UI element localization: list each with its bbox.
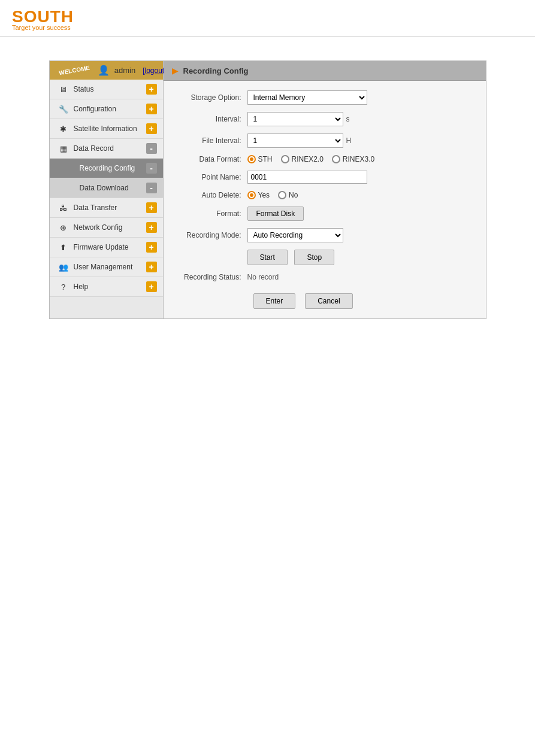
sidebar-btn-satellite[interactable]: + — [146, 123, 157, 134]
sidebar-btn-recording-config[interactable]: - — [146, 163, 157, 174]
sidebar-btn-help[interactable]: + — [146, 281, 157, 292]
data-format-label: Data Format: — [176, 155, 247, 163]
sidebar-item-data-record[interactable]: ▦ Data Record - — [50, 139, 163, 159]
data-format-sth[interactable]: STH — [247, 155, 273, 163]
sidebar-item-status-left: 🖥 Status — [58, 84, 94, 95]
data-format-rinex3-radio — [332, 155, 340, 163]
recording-config-icon — [64, 163, 75, 174]
data-format-rinex3[interactable]: RINEX3.0 — [332, 155, 374, 163]
sidebar-label-satellite: Satellite Information — [74, 125, 137, 133]
data-format-row: Data Format: STH RINEX2.0 RINEX3.0 — [176, 155, 474, 163]
main-wrapper: WELCOME 👤 admin [logout] 🖥 Status + 🔧 Co… — [0, 37, 535, 343]
sidebar-item-firmware-update[interactable]: ⬆ Firmware Update + — [50, 238, 163, 257]
point-name-control — [247, 171, 474, 184]
data-format-control: STH RINEX2.0 RINEX3.0 — [247, 155, 474, 163]
sidebar-item-data-download-left: Data Download — [64, 183, 129, 193]
sidebar-btn-data-transfer[interactable]: + — [146, 202, 157, 213]
data-format-sth-label: STH — [258, 155, 273, 163]
sidebar-item-satellite[interactable]: ✱ Satellite Information + — [50, 119, 163, 139]
footer-buttons: Enter Cancel — [176, 293, 474, 309]
sidebar-btn-network-config[interactable]: + — [146, 222, 157, 233]
sidebar-item-user-management[interactable]: 👥 User Management + — [50, 257, 163, 277]
sidebar-item-data-record-left: ▦ Data Record — [58, 143, 114, 154]
sidebar-item-configuration[interactable]: 🔧 Configuration + — [50, 99, 163, 119]
sidebar-item-data-transfer[interactable]: 🖧 Data Transfer + — [50, 198, 163, 218]
main-panel: ▶ Recording Config Storage Option: Inter… — [164, 61, 486, 318]
sidebar-label-data-record: Data Record — [74, 144, 114, 153]
data-format-rinex2[interactable]: RINEX2.0 — [281, 155, 324, 163]
start-button[interactable]: Start — [247, 250, 288, 265]
sidebar-btn-data-record[interactable]: - — [146, 143, 157, 154]
sidebar-label-help: Help — [74, 283, 89, 291]
logo-tagline: Target your success — [12, 24, 523, 31]
satellite-icon: ✱ — [58, 123, 69, 134]
cancel-button[interactable]: Cancel — [305, 293, 352, 309]
start-stop-row: Start Stop — [176, 250, 474, 265]
sidebar-label-status: Status — [74, 85, 94, 93]
sidebar-item-user-management-left: 👥 User Management — [58, 262, 133, 272]
sidebar-item-network-config[interactable]: ⊕ Network Config + — [50, 218, 163, 238]
recording-mode-label: Recording Mode: — [176, 231, 247, 239]
recording-status-value: No record — [247, 273, 279, 281]
point-name-label: Point Name: — [176, 173, 247, 181]
sidebar-item-network-config-left: ⊕ Network Config — [58, 222, 123, 233]
recording-mode-control: Auto Recording Manual Recording — [247, 228, 474, 242]
sidebar-item-data-transfer-left: 🖧 Data Transfer — [58, 202, 117, 213]
interval-control: 1 2 5 10 s — [247, 112, 474, 126]
sidebar-item-data-download[interactable]: Data Download - — [50, 178, 163, 198]
sidebar-item-help-left: ? Help — [58, 281, 89, 292]
network-config-icon: ⊕ — [58, 222, 69, 233]
sidebar-btn-firmware-update[interactable]: + — [146, 242, 157, 253]
sidebar-btn-configuration[interactable]: + — [146, 104, 157, 114]
storage-option-label: Storage Option: — [176, 93, 247, 102]
file-interval-control: 1 2 4 8 H — [247, 133, 474, 148]
help-icon: ? — [58, 281, 69, 292]
format-disk-button[interactable]: Format Disk — [247, 207, 304, 221]
sidebar-label-data-transfer: Data Transfer — [74, 204, 117, 212]
storage-option-row: Storage Option: Internal Memory External… — [176, 90, 474, 105]
status-icon: 🖥 — [58, 84, 69, 95]
data-record-icon: ▦ — [58, 143, 69, 154]
sidebar-item-help[interactable]: ? Help + — [50, 277, 163, 297]
admin-name: admin — [114, 66, 135, 75]
auto-delete-label: Auto Delete: — [176, 191, 247, 199]
auto-delete-no-label: No — [289, 191, 298, 199]
sidebar-label-network-config: Network Config — [74, 223, 123, 232]
sidebar-btn-user-management[interactable]: + — [146, 262, 157, 272]
enter-button[interactable]: Enter — [253, 293, 296, 309]
point-name-input[interactable] — [247, 171, 367, 184]
auto-delete-yes[interactable]: Yes — [247, 191, 270, 199]
data-format-rinex2-radio — [281, 155, 289, 163]
auto-delete-control: Yes No — [247, 191, 474, 199]
storage-option-select[interactable]: Internal Memory External SD USB — [247, 90, 367, 105]
panel-title: Recording Config — [183, 66, 249, 75]
firmware-update-icon: ⬆ — [58, 242, 69, 253]
file-interval-label: File Interval: — [176, 136, 247, 145]
sidebar-label-firmware-update: Firmware Update — [74, 243, 129, 251]
sidebar: WELCOME 👤 admin [logout] 🖥 Status + 🔧 Co… — [50, 61, 164, 318]
form-body: Storage Option: Internal Memory External… — [164, 81, 486, 318]
recording-mode-select[interactable]: Auto Recording Manual Recording — [247, 228, 343, 242]
sidebar-item-recording-config-left: Recording Config — [64, 163, 135, 174]
sidebar-item-recording-config[interactable]: Recording Config - — [50, 159, 163, 178]
user-icon: 👤 — [98, 65, 110, 76]
data-format-rinex2-label: RINEX2.0 — [292, 155, 324, 163]
auto-delete-no[interactable]: No — [278, 191, 298, 199]
point-name-row: Point Name: — [176, 171, 474, 184]
interval-row: Interval: 1 2 5 10 s — [176, 112, 474, 126]
file-interval-select[interactable]: 1 2 4 8 — [247, 133, 343, 148]
data-format-sth-radio — [247, 155, 256, 163]
sidebar-item-status[interactable]: 🖥 Status + — [50, 80, 163, 99]
interval-select[interactable]: 1 2 5 10 — [247, 112, 343, 126]
stop-button[interactable]: Stop — [294, 250, 334, 265]
interval-unit: s — [346, 115, 350, 123]
data-transfer-icon: 🖧 — [58, 202, 69, 213]
start-stop-control: Start Stop — [247, 250, 474, 265]
sidebar-btn-data-download[interactable]: - — [146, 183, 157, 193]
auto-delete-yes-label: Yes — [258, 191, 270, 199]
logo-outh: OUTH — [24, 7, 74, 26]
storage-option-control: Internal Memory External SD USB — [247, 90, 474, 105]
sidebar-btn-status[interactable]: + — [146, 84, 157, 95]
sidebar-label-data-download: Data Download — [80, 184, 129, 192]
sidebar-item-configuration-left: 🔧 Configuration — [58, 104, 116, 114]
